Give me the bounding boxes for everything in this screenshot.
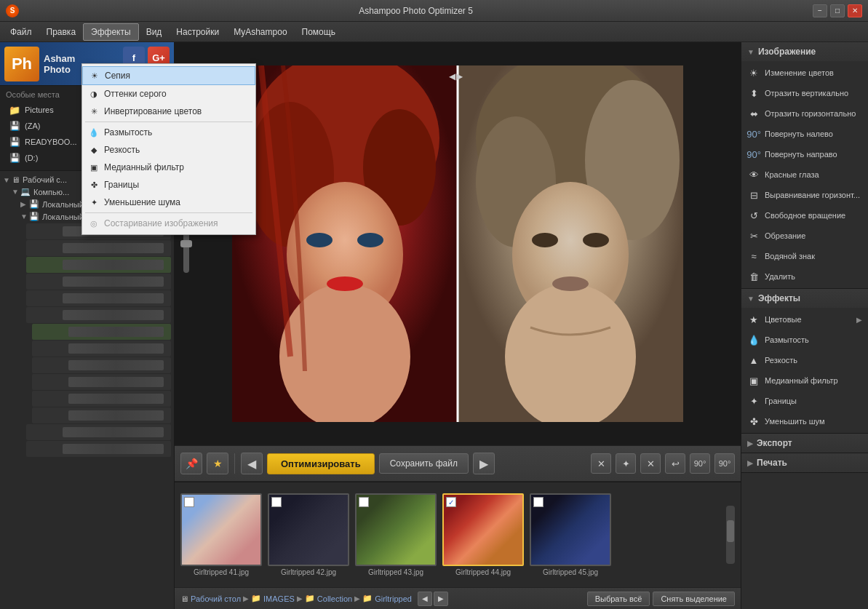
expand-drive-d: ▼	[20, 212, 29, 220]
thumb-check-45[interactable]	[533, 497, 544, 507]
menu-help[interactable]: Помощь	[295, 24, 343, 40]
panel-rotate-l[interactable]: 90° Повернуть налево	[741, 124, 868, 144]
menu-view[interactable]: Вид	[139, 24, 170, 40]
thumbnail-43[interactable]: Girltripped 43.jpg	[355, 493, 437, 576]
nav-forward-button[interactable]: ▶	[434, 592, 448, 606]
menu-bar: Файл Правка Эффекты Вид Настройки MyAsha…	[0, 22, 868, 42]
minimize-button[interactable]: −	[813, 4, 827, 17]
free-rot-icon: ↺	[747, 209, 760, 222]
dd-median[interactable]: ▣ Медианный фильтр	[82, 159, 255, 176]
panel-watermark[interactable]: ≈ Водяной знак	[741, 246, 868, 266]
panel-red-eye[interactable]: 👁 Красные глаза	[741, 164, 868, 185]
panel-blur-eff[interactable]: 💧 Размытость	[741, 330, 868, 350]
dd-invert[interactable]: ✳ Инвертирование цветов	[82, 103, 255, 120]
zoom-thumb[interactable]	[180, 240, 192, 247]
star-button[interactable]: ★	[207, 453, 228, 474]
status-girltripped[interactable]: Girltripped	[375, 594, 412, 603]
status-desktop[interactable]: Рабочий стол	[191, 594, 241, 603]
thumb-scroll-thumb[interactable]	[727, 520, 734, 542]
panel-sharpen-eff[interactable]: ▲ Резкость	[741, 350, 868, 370]
panel-flip-h[interactable]: ⬌ Отразить горизонтально	[741, 103, 868, 124]
divider-arrows: ◀ ▶	[449, 71, 463, 81]
panel-color-effects[interactable]: ★ Цветовые ▶	[741, 309, 868, 330]
panel-rotate-r[interactable]: 90° Повернуть направо	[741, 144, 868, 164]
rotate-left-button[interactable]: 90°	[690, 453, 710, 474]
thumb-check-44[interactable]: ✓	[446, 497, 456, 507]
panel-header-effects[interactable]: ▼ Эффекты	[741, 289, 868, 308]
panel-median-eff[interactable]: ▣ Медианный фильтр	[741, 370, 868, 391]
panel-header-export[interactable]: ▶ Экспорт	[741, 434, 868, 453]
delete-action-button[interactable]: ✕	[591, 453, 611, 474]
thumb-scrollbar[interactable]	[726, 506, 735, 564]
app-icon: S	[6, 4, 19, 17]
pin-button[interactable]: 📌	[180, 453, 202, 474]
nav-back-button[interactable]: ◀	[418, 592, 432, 606]
status-images[interactable]: IMAGES	[263, 594, 295, 603]
aging-icon: ◎	[88, 218, 100, 229]
save-button[interactable]: Сохранить файл	[379, 453, 469, 474]
color-change-icon: ☀	[747, 66, 760, 79]
star-action-button[interactable]: ✦	[616, 453, 636, 474]
forward-button[interactable]: ▶	[473, 453, 495, 474]
deselect-button[interactable]: Снять выделение	[653, 592, 735, 606]
panel-flip-v[interactable]: ⬍ Отразить вертикально	[741, 83, 868, 103]
menu-edit[interactable]: Правка	[39, 24, 84, 40]
thumb-img-44: ✓	[442, 493, 524, 566]
cancel-action-button[interactable]: ✕	[640, 453, 661, 474]
panel-free-rot[interactable]: ↺ Свободное вращение	[741, 205, 868, 226]
panel-header-print[interactable]: ▶ Печать	[741, 453, 868, 472]
menu-effects[interactable]: Эффекты	[83, 23, 139, 41]
dd-sharpen[interactable]: ◆ Резкость	[82, 141, 255, 159]
panel-align-h[interactable]: ⊟ Выравнивание горизонт...	[741, 185, 868, 205]
back-button[interactable]: ◀	[241, 453, 263, 474]
maximize-button[interactable]: □	[830, 4, 845, 17]
menu-file[interactable]: Файл	[3, 24, 39, 40]
logo-text: AshamPhoto	[44, 53, 75, 75]
photo-container: ◀ ▶	[232, 65, 683, 422]
dd-grayscale[interactable]: ◑ Оттенки серого	[82, 85, 255, 103]
panel-delete[interactable]: 🗑 Удалить	[741, 266, 868, 287]
close-button[interactable]: ✕	[848, 4, 862, 17]
menu-settings[interactable]: Настройки	[169, 24, 226, 40]
dd-denoise[interactable]: ✦ Уменьшение шума	[82, 194, 255, 211]
thumb-check-42[interactable]	[271, 497, 282, 507]
thumb-img-43	[355, 493, 437, 566]
median-icon: ▣	[88, 162, 100, 173]
borders-icon: ✤	[88, 179, 100, 191]
select-all-button[interactable]: Выбрать всё	[587, 592, 650, 606]
blurred-folder-5	[26, 290, 171, 306]
blurred-folder-3	[26, 257, 171, 273]
status-collection[interactable]: Collection	[317, 594, 352, 603]
thumbnail-42[interactable]: Girltripped 42.jpg	[268, 493, 349, 576]
photo-left-half	[232, 65, 458, 422]
blurred-folder-8	[32, 341, 171, 357]
optimize-button[interactable]: Оптимизировать	[267, 453, 375, 474]
menu-myashampoo[interactable]: MyAshampoo	[226, 24, 294, 40]
median-eff-icon: ▣	[747, 374, 760, 387]
sharpen-icon: ◆	[88, 144, 100, 156]
desktop-icon: 🖥	[12, 175, 20, 184]
panel-crop[interactable]: ✂ Обрезание	[741, 226, 868, 246]
thumb-check-41[interactable]	[184, 497, 194, 507]
image-viewer: ◀ ▶	[175, 42, 741, 445]
panel-section-effects: ▼ Эффекты ★ Цветовые ▶ 💧 Размытость ▲ Ре…	[741, 289, 868, 434]
toolbar-separator-1	[234, 453, 235, 474]
thumbnail-41[interactable]: Girltripped 41.jpg	[180, 493, 262, 576]
panel-color-change[interactable]: ☀ Изменение цветов	[741, 63, 868, 83]
readyboo-drive-icon: 💾	[9, 136, 20, 148]
undo-button[interactable]: ↩	[665, 453, 685, 474]
file-tree: ▼ 🖥 Рабочий с... ▼ 💻 Компью... ▶ 💾 Локал…	[0, 171, 174, 609]
dd-borders[interactable]: ✤ Границы	[82, 176, 255, 194]
panel-header-image[interactable]: ▼ Изображение	[741, 42, 868, 61]
panel-border-eff[interactable]: ✦ Границы	[741, 391, 868, 411]
dd-blur[interactable]: 💧 Размытость	[82, 124, 255, 141]
panel-denoise-eff[interactable]: ✤ Уменьшить шум	[741, 411, 868, 431]
center-area: ◀ ▶ 📌 ★ ◀ Оптимизировать Сохранить файл …	[175, 42, 741, 609]
thumbnail-45[interactable]: Girltripped 45.jpg	[530, 493, 611, 576]
dd-aging[interactable]: ◎ Состаривание изображения	[82, 215, 255, 232]
dd-sepia[interactable]: ☀ Сепия	[82, 66, 255, 85]
rotate-right-button[interactable]: 90°	[714, 453, 735, 474]
thumb-check-43[interactable]	[359, 497, 369, 507]
thumbnail-44[interactable]: ✓ Girltripped 44.jpg	[442, 493, 524, 576]
app-logo: Ph	[4, 47, 39, 81]
